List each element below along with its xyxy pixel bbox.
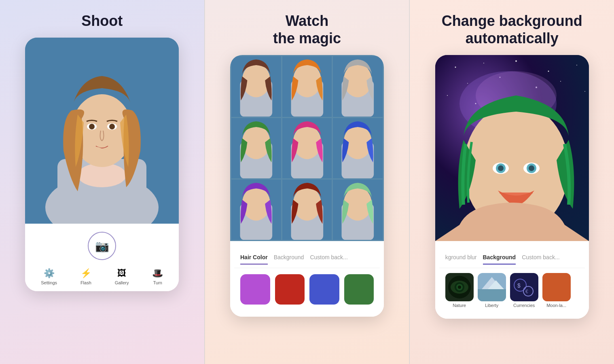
hair-color-grid: [230, 55, 384, 241]
svg-rect-75: [542, 273, 571, 301]
panel-3-header: Change background automatically: [410, 0, 614, 55]
tab-background-2[interactable]: Background: [274, 254, 304, 265]
nav-turn[interactable]: 🎩 Turn: [152, 268, 163, 285]
turn-icon: 🎩: [152, 268, 163, 279]
hair-cell-orange: [282, 56, 332, 116]
svg-point-58: [529, 165, 534, 171]
bg-thumb-currencies[interactable]: $ €: [510, 273, 538, 301]
hair-cell-blue: [333, 118, 383, 178]
stars-svg: [435, 55, 589, 241]
svg-point-48: [584, 91, 585, 92]
phone-bottom-3: kground blur Background Custom back...: [435, 241, 589, 319]
svg-point-7: [89, 124, 95, 129]
svg-rect-66: [478, 289, 506, 301]
bg-label-nature: Nature: [445, 303, 474, 308]
tab-background-3[interactable]: Background: [483, 254, 516, 265]
swatch-red[interactable]: [275, 274, 305, 305]
bg-thumb-liberty-wrap: Liberty: [478, 273, 506, 308]
panel-1-phone-area: 📷 ⚙️ Settings ⚡ Flash 🖼 Gallery: [0, 38, 204, 364]
panel-1-title: Shoot: [81, 13, 123, 29]
hair-cell-purple: [231, 180, 281, 240]
nav-gallery[interactable]: 🖼 Gallery: [115, 268, 129, 285]
bg-thumbnails: Nature Liberty: [439, 268, 585, 313]
bg-thumb-moon-wrap: Moon-la...: [542, 273, 571, 308]
tab-bg-blur[interactable]: kground blur: [445, 254, 477, 265]
bg-label-moon: Moon-la...: [542, 303, 571, 308]
nav-settings[interactable]: ⚙️ Settings: [41, 268, 57, 285]
settings-icon: ⚙️: [44, 268, 55, 279]
bg-photo: [435, 55, 589, 241]
svg-point-43: [467, 83, 468, 84]
panel-1-header: Shoot: [0, 0, 204, 38]
svg-point-55: [498, 165, 504, 171]
tab-custom-back-3[interactable]: Custom back...: [522, 254, 559, 265]
panel-2-title: Watch the magic: [213, 12, 401, 47]
hair-cell-green: [231, 118, 281, 178]
magic-screen: [230, 55, 384, 241]
panel-3-title: Change background automatically: [418, 12, 606, 47]
svg-point-45: [560, 81, 561, 82]
swatch-purple[interactable]: [240, 274, 270, 305]
svg-point-10: [88, 147, 104, 159]
svg-point-64: [458, 286, 461, 289]
tab-custom-back-2[interactable]: Custom back...: [310, 254, 347, 265]
panel-3-phone-area: kground blur Background Custom back...: [410, 55, 614, 364]
hair-cell-gray: [333, 56, 383, 116]
svg-point-39: [483, 63, 484, 63]
bg-thumb-liberty[interactable]: [478, 273, 506, 301]
color-swatches: [234, 268, 380, 311]
shoot-photo: [25, 38, 179, 224]
hair-cell-darkred: [282, 180, 332, 240]
svg-point-42: [576, 65, 577, 66]
panel-2-phone-area: Hair Color Background Custom back...: [205, 55, 409, 364]
panel-background: Change background automatically: [410, 0, 614, 364]
bg-thumb-nature[interactable]: [445, 273, 474, 301]
nav-flash[interactable]: ⚡ Flash: [80, 268, 91, 285]
background-screen: [435, 55, 589, 241]
tabs-bar-3: kground blur Background Custom back...: [439, 249, 585, 268]
tab-hair-color[interactable]: Hair Color: [240, 254, 268, 265]
svg-point-46: [447, 95, 448, 96]
bg-thumb-moon[interactable]: [542, 273, 571, 301]
panel-shoot: Shoot: [0, 0, 204, 364]
tabs-bar-2: Hair Color Background Custom back...: [234, 249, 380, 268]
phone-mockup-2: Hair Color Background Custom back...: [230, 55, 384, 317]
flash-icon: ⚡: [80, 268, 91, 279]
panel-2-header: Watch the magic: [205, 0, 409, 55]
swatch-blue[interactable]: [309, 274, 339, 305]
svg-point-38: [455, 67, 456, 68]
shoot-screen: [25, 38, 179, 224]
svg-point-40: [515, 60, 517, 62]
phone-bottom-1: 📷 ⚙️ Settings ⚡ Flash 🖼 Gallery: [25, 224, 179, 291]
svg-text:$: $: [517, 282, 521, 289]
svg-text:€: €: [525, 289, 528, 294]
bg-label-currencies: Currencies: [510, 303, 538, 308]
hair-cell-brown: [231, 56, 281, 116]
phone-bottom-2: Hair Color Background Custom back...: [230, 241, 384, 317]
gallery-icon: 🖼: [117, 268, 126, 279]
bg-thumb-nature-wrap: Nature: [445, 273, 474, 308]
camera-button[interactable]: 📷: [88, 232, 116, 260]
svg-point-9: [109, 124, 115, 129]
bg-label-liberty: Liberty: [478, 303, 506, 308]
bg-thumb-currencies-wrap: $ € Currencies: [510, 273, 538, 308]
svg-point-41: [548, 71, 549, 72]
camera-icon: 📷: [95, 239, 109, 253]
hair-cell-pink: [282, 118, 332, 178]
swatch-green[interactable]: [344, 274, 374, 305]
phone-mockup-1: 📷 ⚙️ Settings ⚡ Flash 🖼 Gallery: [25, 38, 179, 291]
camera-btn-area: 📷: [29, 232, 175, 260]
hair-cell-mint: [333, 180, 383, 240]
bottom-nav: ⚙️ Settings ⚡ Flash 🖼 Gallery 🎩 Turn: [29, 268, 175, 285]
phone-mockup-3: kground blur Background Custom back...: [435, 55, 589, 319]
panel-magic: Watch the magic: [205, 0, 410, 364]
